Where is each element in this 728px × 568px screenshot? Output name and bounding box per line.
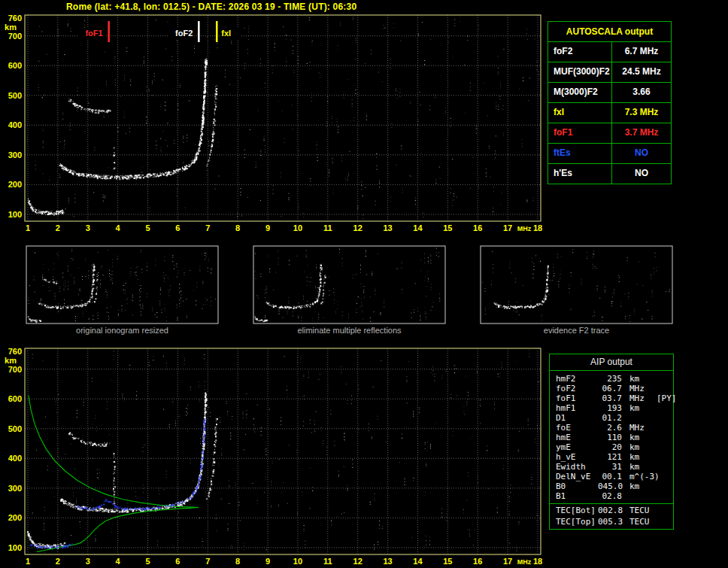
param-unit: TECU — [622, 517, 652, 527]
param-note — [652, 506, 673, 517]
svg-text:foF2: foF2 — [175, 29, 193, 38]
svg-text:200: 200 — [8, 180, 22, 189]
bottom-ionogram-plot: 1234567891011121314151617181002003004005… — [5, 347, 542, 566]
param-label: h'Es — [548, 164, 611, 184]
svg-text:12: 12 — [353, 223, 362, 232]
svg-text:12: 12 — [353, 557, 362, 566]
aip-table-rows: hmF2235kmfoF206.7MHzfoF103.7MHz[PY]hmF11… — [550, 374, 673, 527]
param-note — [652, 384, 673, 393]
svg-text:10: 10 — [293, 223, 302, 232]
param-value: 03.7 — [598, 393, 622, 403]
param-label: MUF(3000)F2 — [548, 62, 611, 82]
aip-row-B0: B0045.0km — [550, 481, 673, 491]
station-title: Rome (lat: +41.8, lon: 012.5) - DATE: 20… — [66, 2, 356, 12]
autoscala-row-foF1: foF13.7 MHz — [548, 123, 671, 144]
param-note: [PY] — [652, 393, 677, 403]
param-note — [652, 413, 673, 423]
svg-text:300: 300 — [8, 150, 22, 159]
param-label: DelN_vE — [556, 472, 598, 481]
param-note — [652, 452, 673, 462]
param-label: hmE — [556, 433, 598, 442]
thumbnail-caption-2: eliminate multiple reflections — [253, 326, 445, 335]
thumbnail-3 — [481, 246, 672, 323]
aip-row-D1: D101.2 — [550, 413, 673, 423]
thumbnail-caption-1: original ionogram resized — [26, 326, 218, 335]
param-value: 3.7 MHz — [611, 123, 671, 143]
svg-text:16: 16 — [473, 223, 482, 232]
param-label: TEC[Top] — [556, 517, 598, 527]
svg-text:8: 8 — [235, 557, 240, 566]
svg-text:5: 5 — [145, 557, 150, 566]
param-value: 20 — [598, 442, 622, 452]
svg-text:1: 1 — [26, 557, 30, 566]
param-label: h_vE — [556, 452, 598, 462]
param-value: 6.7 MHz — [611, 42, 671, 62]
svg-text:9: 9 — [265, 557, 270, 566]
svg-text:km: km — [5, 356, 17, 365]
param-unit: m^(-3) — [622, 472, 652, 481]
param-label: foF1 — [556, 393, 598, 403]
svg-text:600: 600 — [8, 61, 22, 70]
autoscala-row-fxI: fxI7.3 MHz — [548, 103, 671, 123]
param-label: ftEs — [548, 144, 611, 163]
svg-text:6: 6 — [175, 557, 180, 566]
svg-text:400: 400 — [8, 120, 22, 129]
svg-text:4: 4 — [116, 223, 121, 232]
param-note — [652, 472, 673, 481]
param-label: foF2 — [548, 42, 611, 62]
param-value: NO — [611, 164, 671, 184]
param-value: 02.8 — [598, 491, 622, 501]
param-value: NO — [611, 144, 671, 163]
param-note — [652, 423, 673, 433]
aip-row-h_vE: h_vE121km — [550, 452, 673, 462]
svg-text:14: 14 — [413, 557, 423, 566]
param-unit — [622, 413, 652, 423]
param-label: foF2 — [556, 384, 598, 393]
aip-row-TEC[Top]: TEC[Top]005.3TECU — [550, 517, 673, 527]
svg-text:4: 4 — [116, 557, 121, 566]
autoscala-output-table: AUTOSCALA output foF26.7 MHzMUF(3000)F22… — [548, 21, 672, 184]
aip-row-foF1: foF103.7MHz[PY] — [550, 393, 673, 403]
svg-text:11: 11 — [323, 223, 332, 232]
param-unit: km — [622, 433, 652, 442]
param-value: 00.1 — [598, 472, 622, 481]
svg-text:7: 7 — [205, 557, 210, 566]
param-unit: MHz — [622, 423, 652, 433]
svg-text:13: 13 — [383, 557, 392, 566]
param-label: M(3000)F2 — [548, 83, 611, 102]
svg-text:2: 2 — [56, 557, 60, 566]
param-unit: km — [622, 403, 652, 413]
param-note — [652, 403, 673, 413]
svg-text:18: 18 — [533, 557, 542, 566]
param-label: B0 — [556, 481, 598, 491]
svg-text:100: 100 — [8, 210, 22, 219]
svg-text:MHz: MHz — [517, 225, 532, 232]
param-unit: km — [622, 452, 652, 462]
svg-text:km: km — [5, 23, 17, 32]
svg-text:400: 400 — [8, 454, 22, 463]
autoscala-row-ftEs: ftEsNO — [548, 144, 671, 164]
param-value: 2.6 — [598, 423, 622, 433]
param-unit — [622, 491, 652, 501]
param-label: Ewidth — [556, 462, 598, 472]
svg-text:3: 3 — [86, 557, 90, 566]
svg-text:15: 15 — [443, 223, 452, 232]
svg-text:10: 10 — [293, 557, 302, 566]
param-note — [652, 433, 673, 442]
param-value: 110 — [598, 433, 622, 442]
param-unit: km — [622, 481, 652, 491]
aip-row-foF2: foF206.7MHz — [550, 384, 673, 393]
svg-text:9: 9 — [265, 223, 270, 232]
svg-text:500: 500 — [8, 424, 22, 433]
param-label: B1 — [556, 491, 598, 501]
aip-row-DelN_vE: DelN_vE00.1m^(-3) — [550, 472, 673, 481]
param-unit: MHz — [622, 384, 652, 393]
svg-text:fxI: fxI — [221, 29, 231, 38]
param-unit: km — [622, 442, 652, 452]
svg-text:14: 14 — [413, 223, 423, 232]
param-note — [652, 491, 673, 501]
param-note — [652, 442, 673, 452]
svg-text:3: 3 — [86, 223, 90, 232]
param-label: foE — [556, 423, 598, 433]
param-unit: TECU — [622, 506, 652, 517]
